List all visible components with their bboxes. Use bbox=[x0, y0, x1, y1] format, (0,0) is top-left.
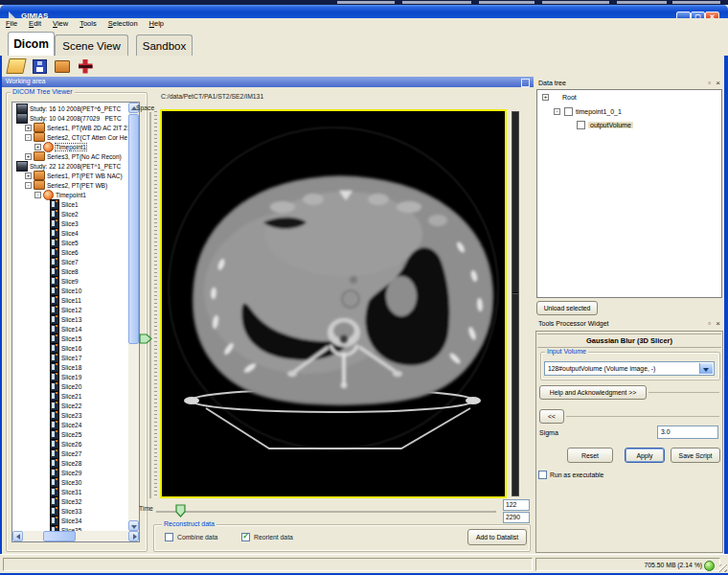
help-acknowledgment-button[interactable]: Help and Acknowledgment >> bbox=[539, 385, 647, 400]
expand-icon[interactable]: - bbox=[554, 108, 560, 115]
working-area-header[interactable]: Working area bbox=[2, 77, 534, 87]
window-level-strip[interactable] bbox=[512, 111, 519, 496]
tree-slice-row[interactable]: Slice14 bbox=[13, 324, 129, 334]
tree-slice-row[interactable]: Slice23 bbox=[13, 410, 129, 420]
node-checkbox[interactable] bbox=[577, 121, 585, 129]
dicom-tree-list[interactable]: Study: 16 10 2008(PET^6_PETCStudy: 10 04… bbox=[11, 102, 140, 542]
float-panel-icon[interactable]: ▫ bbox=[708, 319, 711, 329]
tree-slice-row[interactable]: Slice31 bbox=[13, 487, 129, 496]
tree-hscrollbar[interactable] bbox=[12, 531, 139, 541]
tree-slice-row[interactable]: Slice15 bbox=[13, 334, 129, 343]
tree-slice-row[interactable]: Slice2 bbox=[13, 209, 129, 218]
tree-node-row[interactable]: +Timepoint1 bbox=[13, 142, 129, 151]
tree-slice-row[interactable]: Slice10 bbox=[13, 286, 129, 295]
tree-slice-row[interactable]: Slice22 bbox=[13, 401, 129, 410]
title-bar[interactable]: GIMIAS _ ▢ ✕ bbox=[0, 5, 728, 18]
chevron-down-icon[interactable] bbox=[699, 363, 713, 374]
reset-button[interactable]: Reset bbox=[567, 448, 613, 463]
expand-icon[interactable]: - bbox=[25, 134, 32, 141]
space-slider-handle[interactable] bbox=[139, 334, 152, 344]
tree-slice-row[interactable]: Slice8 bbox=[13, 266, 129, 276]
tree-vscrollbar[interactable] bbox=[128, 103, 139, 531]
menu-edit[interactable]: Edit bbox=[23, 18, 47, 30]
tree-slice-row[interactable]: Slice16 bbox=[13, 343, 129, 353]
tree-slice-row[interactable]: Slice30 bbox=[13, 477, 129, 487]
tree-node-row[interactable]: -Timepoint1 bbox=[13, 190, 129, 199]
ct-viewport[interactable] bbox=[160, 109, 507, 498]
tree-node-row[interactable]: Study: 22 12 2008(PET^1_PETC bbox=[13, 161, 129, 171]
menu-tools[interactable]: Tools bbox=[74, 18, 102, 30]
reorient-data-checkbox[interactable] bbox=[241, 533, 250, 541]
tab-scene-view[interactable]: Scene View bbox=[55, 34, 128, 56]
close-panel-icon[interactable]: × bbox=[716, 319, 720, 329]
node-checkbox[interactable] bbox=[564, 107, 573, 116]
menu-view[interactable]: View bbox=[47, 18, 74, 30]
tree-node-row[interactable]: -Series2, PT(PET WB) bbox=[13, 180, 129, 190]
tree-node-row[interactable]: Study: 16 10 2008(PET^6_PETC bbox=[13, 104, 129, 113]
tree-hscroll-thumb[interactable] bbox=[43, 531, 76, 541]
tree-slice-row[interactable]: Slice18 bbox=[13, 362, 129, 372]
expand-icon[interactable]: - bbox=[34, 192, 41, 198]
tree-vscroll-thumb[interactable] bbox=[128, 114, 139, 344]
import-folder-button[interactable] bbox=[54, 58, 71, 75]
time-slider-handle[interactable] bbox=[175, 504, 186, 518]
tree-slice-row[interactable]: Slice20 bbox=[13, 381, 129, 391]
data-tree-header[interactable]: Data tree ▫ × bbox=[535, 79, 724, 89]
expand-icon[interactable]: - bbox=[25, 182, 32, 189]
tree-slice-row[interactable]: Slice34 bbox=[13, 516, 129, 525]
scroll-down-icon[interactable] bbox=[128, 520, 139, 531]
data-tree-root-row[interactable]: + Root bbox=[542, 94, 577, 101]
float-panel-icon[interactable]: ▫ bbox=[708, 79, 711, 88]
tree-slice-row[interactable]: Slice3 bbox=[13, 218, 129, 228]
tree-slice-row[interactable]: Slice29 bbox=[13, 468, 129, 477]
tree-slice-row[interactable]: Slice11 bbox=[13, 295, 129, 305]
space-slider[interactable] bbox=[149, 112, 151, 498]
data-tree-view[interactable]: + Root - timepoint1_0_1 outputVolume bbox=[536, 89, 722, 298]
window-value-field[interactable]: 2290 bbox=[503, 512, 530, 523]
tab-sandbox[interactable]: Sandbox bbox=[136, 34, 193, 56]
expand-icon[interactable]: + bbox=[25, 153, 32, 160]
scroll-right-icon[interactable] bbox=[128, 531, 139, 541]
add-to-datalist-button[interactable]: Add to Datalist bbox=[467, 529, 527, 545]
resize-grip[interactable] bbox=[719, 564, 727, 572]
working-area-float-icon[interactable] bbox=[521, 79, 530, 87]
menu-help[interactable]: Help bbox=[144, 18, 170, 30]
tree-slice-row[interactable]: Slice7 bbox=[13, 257, 129, 266]
apply-button[interactable]: Apply bbox=[625, 448, 665, 463]
dicom-button[interactable] bbox=[77, 58, 94, 75]
level-value-field[interactable]: 122 bbox=[503, 499, 530, 511]
save-button[interactable] bbox=[31, 58, 48, 75]
tab-dicom[interactable]: Dicom bbox=[8, 32, 55, 56]
tree-slice-row[interactable]: Slice25 bbox=[13, 429, 129, 439]
tree-slice-row[interactable]: Slice6 bbox=[13, 247, 129, 257]
tree-slice-row[interactable]: Slice26 bbox=[13, 439, 129, 448]
menu-file[interactable]: File bbox=[0, 18, 23, 30]
tree-slice-row[interactable]: Slice28 bbox=[13, 458, 129, 468]
tree-slice-row[interactable]: Slice21 bbox=[13, 391, 129, 401]
tree-slice-row[interactable]: Slice1 bbox=[13, 199, 129, 209]
tree-node-row[interactable]: +Series3, PT(No AC Recon) bbox=[13, 151, 129, 161]
expand-icon[interactable]: + bbox=[25, 125, 32, 131]
expand-icon[interactable]: + bbox=[25, 172, 32, 179]
open-folder-button[interactable] bbox=[8, 58, 25, 75]
run-executable-checkbox[interactable] bbox=[538, 471, 547, 479]
tree-slice-row[interactable]: Slice13 bbox=[13, 314, 129, 324]
tree-slice-row[interactable]: Slice27 bbox=[13, 448, 129, 458]
unload-selected-button[interactable]: Unload selected bbox=[536, 301, 598, 315]
time-slider[interactable] bbox=[156, 511, 496, 513]
tree-node-row[interactable]: -Series2, CT(CT Atten Cor He bbox=[13, 132, 129, 142]
tree-slice-row[interactable]: Slice9 bbox=[13, 276, 129, 286]
data-tree-node-row[interactable]: - timepoint1_0_1 bbox=[554, 107, 622, 116]
tree-slice-row[interactable]: Slice24 bbox=[13, 420, 129, 429]
tree-slice-row[interactable]: Slice32 bbox=[13, 496, 129, 506]
collapse-button[interactable]: << bbox=[539, 409, 564, 424]
tree-slice-row[interactable]: Slice19 bbox=[13, 372, 129, 381]
sigma-field[interactable]: 3.0 bbox=[657, 426, 718, 439]
tree-node-row[interactable]: +Series1, PT(PET WB NAC) bbox=[13, 171, 129, 180]
scroll-left-icon[interactable] bbox=[12, 531, 23, 541]
tree-node-row[interactable]: +Series1, PT(WB 2D AC 2IT 21 bbox=[13, 123, 129, 132]
input-volume-combobox[interactable]: 128#outputVolume (Volume image, -) bbox=[544, 361, 715, 376]
tools-panel-header[interactable]: Tools Processor Widget ▫ × bbox=[535, 319, 724, 330]
tree-slice-row[interactable]: Slice5 bbox=[13, 238, 129, 247]
tree-slice-row[interactable]: Slice33 bbox=[13, 506, 129, 516]
